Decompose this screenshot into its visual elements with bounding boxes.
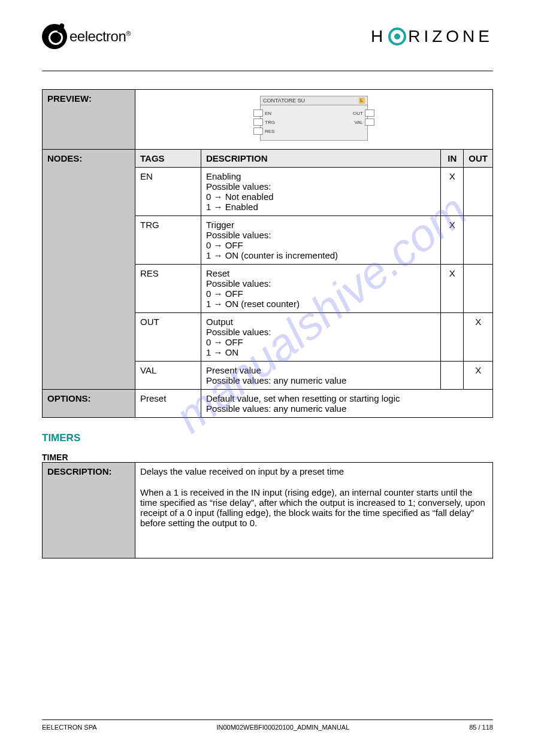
nodes-label: NODES: — [43, 150, 135, 390]
cell-desc: Reset Possible values: 0 → OFF 1 → ON (r… — [201, 265, 441, 313]
brand-text: eelectron — [69, 28, 126, 44]
cell-out: X — [464, 362, 493, 390]
cell-desc: Present value Possible values: any numer… — [201, 362, 441, 390]
timer-body: When a 1 is received in the IN input (ri… — [140, 487, 488, 528]
cell-out — [464, 168, 493, 216]
page-header: eelectron® H RIZONE — [42, 24, 493, 49]
section-heading-timers: TIMERS — [42, 432, 493, 444]
options-desc: Default value, set when resetting or sta… — [201, 390, 493, 418]
cell-in: X — [441, 216, 464, 265]
port-label: VAL — [354, 120, 363, 125]
counter-table: PREVIEW: CONTATORE SU L EN OUT TRG VAL — [42, 89, 493, 418]
cell-in: X — [441, 168, 464, 216]
cell-out — [464, 265, 493, 313]
footer-left: EELECTRON SPA — [42, 724, 97, 731]
col-desc: DESCRIPTION — [201, 150, 441, 168]
horizone-h: H — [371, 27, 386, 46]
cell-out — [464, 216, 493, 265]
registered-icon: ® — [126, 30, 131, 37]
cell-in — [441, 313, 464, 362]
port-socket-icon — [253, 119, 263, 126]
page-footer: EELECTRON SPA IN00M02WEBFI00020100_ADMIN… — [42, 719, 493, 731]
preview-diagram: CONTATORE SU L EN OUT TRG VAL RES — [260, 96, 368, 141]
timer-table: DESCRIPTION: Delays the value received o… — [42, 462, 493, 558]
cell-tag: OUT — [135, 313, 201, 362]
brand-logo-left: eelectron® — [42, 24, 131, 49]
port-socket-icon — [365, 110, 374, 117]
port-label: OUT — [353, 111, 363, 116]
options-label: OPTIONS: — [43, 390, 135, 418]
subsection-heading-timer: TIMER — [42, 453, 493, 462]
cell-desc: Trigger Possible values: 0 → OFF 1 → ON … — [201, 216, 441, 265]
cell-tag: EN — [135, 168, 201, 216]
cell-out: X — [464, 313, 493, 362]
options-tag: Preset — [135, 390, 201, 418]
cell-desc: Output Possible values: 0 → OFF 1 → ON — [201, 313, 441, 362]
eelectron-icon — [42, 24, 67, 49]
footer-right: 85 / 118 — [469, 724, 493, 731]
port-label: TRG — [265, 120, 275, 125]
swirl-icon — [388, 28, 406, 45]
header-rule — [42, 71, 493, 71]
cell-desc: Enabling Possible values: 0 → Not enable… — [201, 168, 441, 216]
col-tags: TAGS — [135, 150, 201, 168]
preview-badge: L — [359, 98, 365, 104]
brand-logo-right: H RIZONE — [371, 27, 493, 46]
cell-tag: RES — [135, 265, 201, 313]
timer-desc-label: DESCRIPTION: — [43, 463, 135, 558]
port-socket-icon — [253, 127, 263, 135]
col-in: IN — [441, 150, 464, 168]
port-socket-icon — [253, 110, 263, 117]
cell-in — [441, 362, 464, 390]
cell-tag: TRG — [135, 216, 201, 265]
preview-title-text: CONTATORE SU — [263, 98, 305, 104]
brand-name: eelectron® — [69, 28, 131, 45]
col-out: OUT — [464, 150, 493, 168]
cell-in: X — [441, 265, 464, 313]
timer-desc-body: Delays the value received on input by a … — [135, 463, 493, 558]
preview-label: PREVIEW: — [43, 90, 135, 150]
port-label: RES — [265, 129, 274, 134]
port-label: EN — [265, 111, 271, 116]
port-socket-icon — [365, 119, 374, 126]
timer-intro: Delays the value received on input by a … — [140, 466, 488, 476]
footer-center: IN00M02WEBFI00020100_ADMIN_MANUAL — [216, 724, 349, 731]
horizone-rest: RIZONE — [408, 27, 493, 46]
cell-tag: VAL — [135, 362, 201, 390]
